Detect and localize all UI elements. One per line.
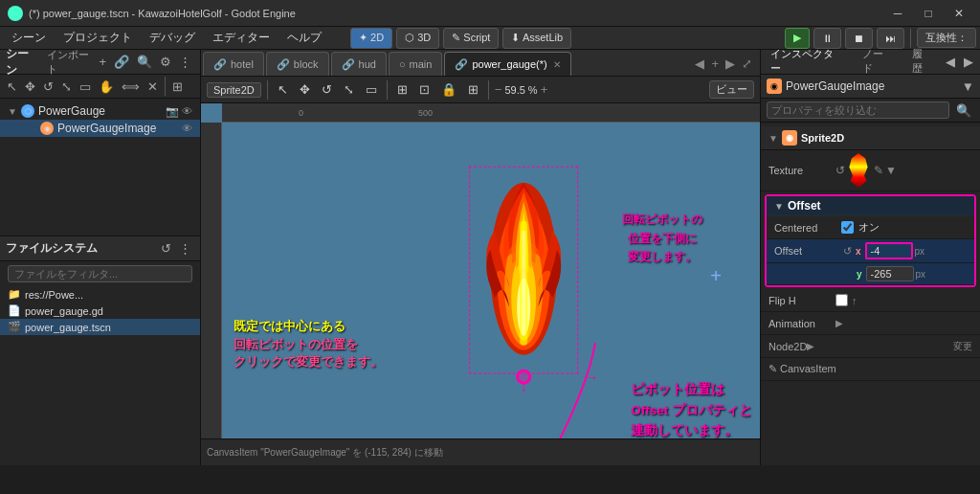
tab-back-button[interactable]: ◀ <box>693 55 706 73</box>
etool-grid[interactable]: ⊞ <box>393 80 412 99</box>
animation-expand[interactable]: ▶ <box>835 318 843 328</box>
tab-forward-button[interactable]: ▶ <box>724 55 737 73</box>
file-filter-input[interactable] <box>8 265 192 282</box>
texture-reset-button[interactable]: ↺ <box>835 164 845 177</box>
filesystem-actions: ↺ ⋮ <box>158 240 194 257</box>
offset-x-unit: px <box>915 246 925 257</box>
scene-tool-rect[interactable]: ▭ <box>77 79 94 95</box>
zoom-in-button[interactable]: + <box>541 82 548 97</box>
maximize-button[interactable]: □ <box>915 3 942 24</box>
scene-tool-move[interactable]: ✥ <box>22 79 38 95</box>
scene-tree: ▼ ⬡ PowerGauge 📷 👁 ◉ PowerGaugeImage 👁 <box>0 99 200 141</box>
ruler-500: 500 <box>418 108 433 118</box>
menu-help[interactable]: ヘルプ <box>279 28 329 48</box>
sprite2d-section: ▼ ◉ Sprite2D <box>761 126 980 150</box>
filter-icon[interactable]: 🔍 <box>953 102 974 119</box>
add-node-button[interactable]: + <box>96 54 109 70</box>
assetlib-button[interactable]: ⬇ AssetLib <box>502 28 571 49</box>
tab-expand-button[interactable]: ⤢ <box>740 55 754 73</box>
link-node-button[interactable]: 🔗 <box>111 54 132 70</box>
scene-tool-scale[interactable]: ⤡ <box>58 79 75 95</box>
centered-value: オン <box>841 220 967 235</box>
etool-rect2[interactable]: ▭ <box>362 80 381 99</box>
scene-menu-button[interactable]: ⋮ <box>176 54 194 70</box>
offset-section-label: Offset <box>788 199 821 213</box>
scene-tool-x[interactable]: ✕ <box>145 79 161 95</box>
section-collapse-icon[interactable]: ▼ <box>768 133 778 144</box>
file-item-tscn[interactable]: 🎬 power_gauge.tscn <box>0 319 200 335</box>
texture-label: Texture <box>768 165 835 176</box>
annot-left-line3: クリックで変更できます。 <box>234 353 383 371</box>
tab-pg-icon: 🔗 <box>455 58 468 71</box>
etool-move[interactable]: ✥ <box>296 80 314 99</box>
centered-row: Centered オン <box>767 216 974 239</box>
node-dropdown-button[interactable]: ▼ <box>962 79 974 94</box>
fliph-checkbox[interactable] <box>835 294 848 306</box>
canvas-area[interactable]: 0 500 <box>201 103 760 438</box>
texture-dropdown-button[interactable]: ▼ <box>885 164 897 177</box>
tab-main[interactable]: ○ main <box>389 52 443 76</box>
inspector-history-back[interactable]: ◀ <box>943 54 958 70</box>
mode-3d-button[interactable]: ⬡ 3D <box>396 28 439 49</box>
scene-node-powergaugeimage[interactable]: ◉ PowerGaugeImage 👁 <box>0 120 200 137</box>
scene-options-button[interactable]: ⚙ <box>157 54 174 70</box>
minimize-button[interactable]: ─ <box>884 3 911 24</box>
main-area: シーン インポート + 🔗 🔍 ⚙ ⋮ ↖ ✥ ↺ ⤡ ▭ ✋ ⟺ ✕ <box>0 50 980 465</box>
canvasitem-label: ✎ CanvasItem <box>768 363 836 375</box>
inspector-history-fwd[interactable]: ▶ <box>961 54 976 70</box>
offset-y-input[interactable] <box>866 266 914 281</box>
fs-options-button[interactable]: ⋮ <box>176 240 194 257</box>
scene-tool-hand[interactable]: ✋ <box>96 79 117 95</box>
tab-block[interactable]: 🔗 block <box>266 52 329 76</box>
mode-2d-button[interactable]: ✦ 2D <box>350 28 392 49</box>
section-arrow[interactable]: ▼ <box>774 201 784 212</box>
filter-node-button[interactable]: 🔍 <box>134 54 155 70</box>
script-button[interactable]: ✎ Script <box>443 28 499 49</box>
view-button[interactable]: ビュー <box>709 80 754 99</box>
canvasitem-row[interactable]: ✎ CanvasItem <box>761 358 980 381</box>
texture-edit-button[interactable]: ✎ <box>874 164 883 177</box>
center-area: 🔗 hotel 🔗 block 🔗 hud ○ main 🔗 power_gau… <box>201 50 760 465</box>
scene-node-powergauge[interactable]: ▼ ⬡ PowerGauge 📷 👁 <box>0 102 200 120</box>
offset-y-value: y px <box>841 266 967 281</box>
scene-tool-arrow[interactable]: ↖ <box>4 79 20 95</box>
etool-group[interactable]: ⊞ <box>464 80 482 99</box>
menu-project[interactable]: プロジェクト <box>56 28 140 48</box>
annot-left-line1: 既定では中心にある <box>234 318 383 336</box>
menu-debug[interactable]: デバッグ <box>142 28 203 48</box>
etool-rotate[interactable]: ↺ <box>318 80 336 99</box>
file-item-gd[interactable]: 📄 power_gauge.gd <box>0 303 200 319</box>
node-type-icon: ⬡ <box>21 104 34 118</box>
tab-hud[interactable]: 🔗 hud <box>331 52 387 76</box>
tab-power-gauge[interactable]: 🔗 power_gauge(*) ✕ <box>444 52 570 76</box>
canvas-content[interactable]: ↓ → + 既定では中心にある 回転ピボットの位置を クリックで変更できます。 … <box>222 123 760 438</box>
tab-hotel[interactable]: 🔗 hotel <box>203 52 264 76</box>
property-filter-input[interactable] <box>767 101 949 119</box>
zoom-out-button[interactable]: − <box>495 82 502 97</box>
offset-x-input[interactable] <box>865 242 913 259</box>
tab-add-button[interactable]: + <box>709 55 721 73</box>
window-title: (*) power_gauge.tscn - KawazoiHotelGolf … <box>29 8 884 19</box>
file-name-res: res://Powe... <box>25 289 83 301</box>
offset-reset-button[interactable]: ↺ <box>841 245 854 258</box>
etool-select[interactable]: ↖ <box>274 80 292 99</box>
etool-lock[interactable]: 🔒 <box>437 80 460 99</box>
scene-tool-grid[interactable]: ⊞ <box>169 79 186 95</box>
scene-tool-rotate[interactable]: ↺ <box>40 79 56 95</box>
sep <box>165 77 166 96</box>
menu-editor[interactable]: エディター <box>205 28 278 48</box>
texture-value: ↺ ✎ ▼ <box>835 153 972 188</box>
etool-scale[interactable]: ⤡ <box>340 80 358 99</box>
centered-checkbox[interactable] <box>841 221 854 234</box>
node2d-expand[interactable]: ▶ <box>807 341 814 351</box>
close-button[interactable]: ✕ <box>946 3 972 24</box>
fs-refresh-button[interactable]: ↺ <box>158 240 174 257</box>
zoom-display: − 59.5 % + <box>495 82 547 97</box>
titlebar: (*) power_gauge.tscn - KawazoiHotelGolf … <box>0 0 980 27</box>
scene-tool-pan[interactable]: ⟺ <box>119 79 143 95</box>
pivot-right-arrow: → <box>585 370 598 385</box>
etool-snap[interactable]: ⊡ <box>415 80 434 99</box>
file-name-tscn: power_gauge.tscn <box>25 322 111 333</box>
tab-close-icon[interactable]: ✕ <box>553 59 561 70</box>
file-item-res[interactable]: 📁 res://Powe... <box>0 286 200 303</box>
